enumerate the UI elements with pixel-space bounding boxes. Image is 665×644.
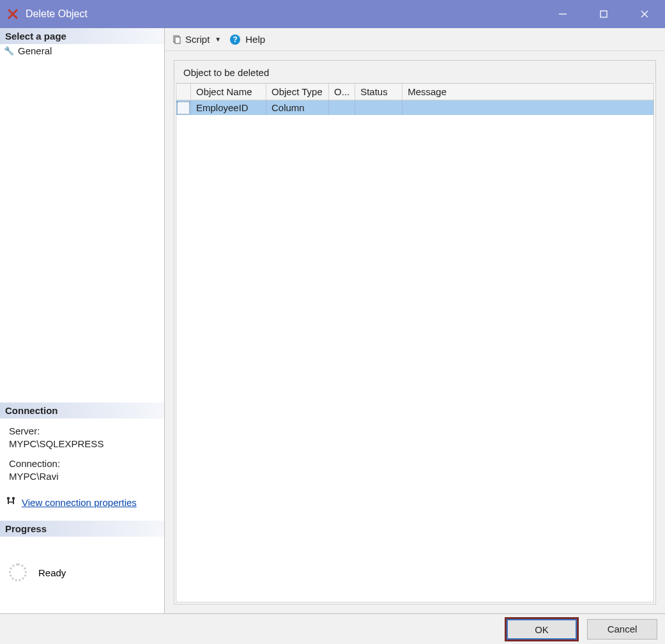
delete-icon [6,8,19,20]
connection-properties-icon [5,496,17,509]
help-icon: ? [230,34,240,45]
progress-spinner-icon [9,564,27,581]
wrench-icon: 🔧 [4,46,14,56]
progress-header: Progress [0,521,164,537]
progress-status: Ready [38,567,66,578]
objects-table: Object Name Object Type O... Status Mess… [176,84,654,115]
sidebar: Select a page 🔧 General Connection Serve… [0,28,165,613]
maximize-button[interactable] [583,0,624,28]
table-row[interactable]: EmployeeID Column [176,100,654,116]
script-button[interactable]: Script [185,34,210,45]
col-message[interactable]: Message [402,84,654,100]
col-marker [176,84,191,100]
progress-body: Ready [0,537,164,613]
cell-object-name: EmployeeID [191,100,266,116]
cell-object-type: Column [266,100,329,116]
toolbar: Script ▼ ? Help [165,28,665,51]
connection-label: Connection: [9,457,155,470]
cancel-button[interactable]: Cancel [587,619,657,640]
minimize-button[interactable] [542,0,583,28]
server-label: Server: [9,425,155,438]
cell-message [402,100,654,116]
close-button[interactable] [624,0,665,28]
svg-rect-12 [175,37,180,43]
object-panel: Object to be deleted Object Name Object … [174,60,656,604]
content: Script ▼ ? Help Object to be deleted [165,28,665,613]
select-page-header: Select a page [0,28,164,44]
col-object-name[interactable]: Object Name [191,84,266,100]
script-dropdown[interactable]: ▼ [215,36,221,43]
cell-status [355,100,402,116]
server-value: MYPC\SQLEXPRESS [9,438,155,450]
view-connection-properties-link[interactable]: View connection properties [22,497,137,508]
help-button[interactable]: Help [245,34,265,45]
window-controls [542,0,665,28]
svg-rect-10 [8,502,14,503]
footer: OK Cancel [0,613,665,644]
connection-value: MYPC\Ravi [9,470,155,483]
connection-header: Connection [0,402,164,418]
col-object-type[interactable]: Object Type [266,84,329,100]
col-owner[interactable]: O... [329,84,355,100]
sidebar-item-general[interactable]: 🔧 General [0,44,164,57]
ok-button[interactable]: OK [507,619,577,640]
cell-owner [329,100,355,116]
window-title: Delete Object [26,8,542,20]
panel-title: Object to be deleted [174,61,655,83]
col-status[interactable]: Status [355,84,402,100]
svg-rect-3 [600,11,607,17]
connection-info: Server: MYPC\SQLEXPRESS Connection: MYPC… [0,418,164,493]
svg-point-8 [12,497,15,500]
sidebar-item-label: General [18,45,52,56]
titlebar: Delete Object [0,0,665,28]
script-icon [172,35,181,44]
svg-point-6 [7,497,10,500]
row-marker [176,100,191,116]
